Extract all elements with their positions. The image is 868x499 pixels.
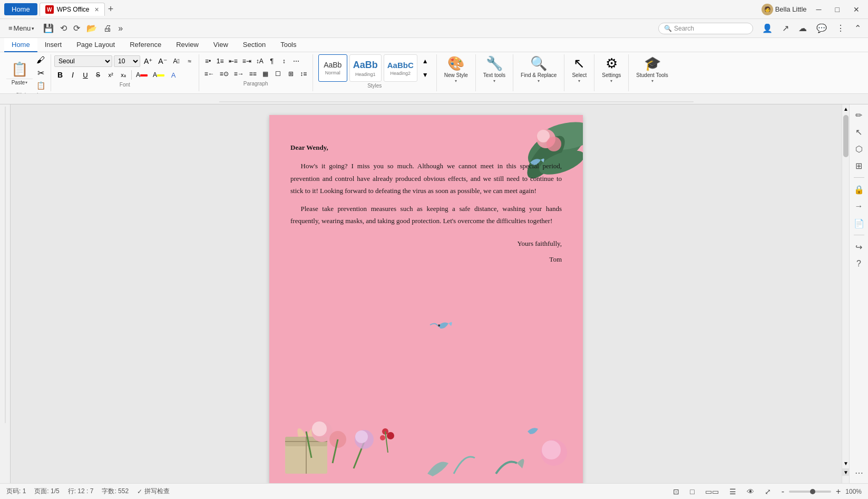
close-window-button[interactable]: ✕ bbox=[849, 4, 864, 15]
pencil-tool-icon[interactable]: ✏ bbox=[852, 108, 866, 122]
collapse-ribbon-icon[interactable]: ⌃ bbox=[852, 22, 864, 35]
subscript-button[interactable]: x₂ bbox=[118, 69, 129, 81]
shrink-font-button[interactable]: A⁻ bbox=[156, 55, 169, 67]
canvas-area[interactable]: Dear Wendy, How's it going? I miss you s… bbox=[11, 104, 842, 483]
fullscreen-button[interactable]: ⤢ bbox=[762, 486, 774, 497]
decrease-indent-button[interactable]: ⇤≡ bbox=[227, 55, 240, 67]
maximize-button[interactable]: □ bbox=[831, 4, 844, 15]
zoom-slider[interactable] bbox=[789, 491, 831, 493]
close-tab-icon[interactable]: × bbox=[94, 5, 99, 14]
tab-home[interactable]: Home bbox=[4, 38, 37, 52]
document-tool-icon[interactable]: 📄 bbox=[852, 216, 866, 231]
font-color-button[interactable]: A bbox=[134, 69, 150, 81]
style-normal[interactable]: AaBb Normal bbox=[318, 54, 347, 82]
align-right-button[interactable]: ≡→ bbox=[232, 68, 246, 80]
share-icon[interactable]: ↗ bbox=[779, 22, 792, 35]
style-heading1[interactable]: AaBb Heading1 bbox=[349, 54, 382, 82]
zoom-in-button[interactable]: + bbox=[833, 485, 843, 498]
paste-button[interactable]: 📋 bbox=[8, 60, 31, 79]
style-scroll-up[interactable]: ▲ bbox=[420, 55, 431, 67]
align-center-button[interactable]: ≡⊙ bbox=[218, 68, 231, 80]
tab-review[interactable]: Review bbox=[169, 38, 206, 52]
help-tool-icon[interactable]: ? bbox=[852, 256, 866, 271]
align-justify-button[interactable]: ≡≡ bbox=[247, 68, 259, 80]
style-scroll-down[interactable]: ▼ bbox=[420, 69, 431, 81]
scroll-bottom-btn[interactable]: ▼ bbox=[842, 468, 850, 476]
minimize-button[interactable]: ─ bbox=[812, 4, 826, 15]
home-button[interactable]: Home bbox=[4, 3, 37, 15]
grow-font-button[interactable]: A⁺ bbox=[142, 55, 154, 67]
underline-button[interactable]: U bbox=[80, 69, 91, 81]
increase-indent-button[interactable]: ≡⇥ bbox=[240, 55, 253, 67]
text-effect-button[interactable]: A bbox=[168, 69, 179, 81]
bold-button[interactable]: B bbox=[54, 69, 66, 81]
more-menu-icon[interactable]: ⋮ bbox=[834, 22, 847, 35]
more-tools-icon[interactable]: ⋯ bbox=[852, 465, 866, 480]
double-page-button[interactable]: ▭▭ bbox=[703, 486, 721, 497]
lock-tool-icon[interactable]: 🔒 bbox=[852, 182, 866, 197]
zoom-out-button[interactable]: - bbox=[779, 485, 787, 498]
tab-page-layout[interactable]: Page Layout bbox=[69, 38, 122, 52]
font-family-select[interactable]: Seoul Arial Times New Roman bbox=[54, 55, 112, 67]
tab-section[interactable]: Section bbox=[236, 38, 273, 52]
menu-icon-button[interactable]: ≡ Menu ▾ bbox=[4, 22, 38, 34]
line-spacing2-button[interactable]: ↕≡ bbox=[298, 68, 309, 80]
vertical-scrollbar[interactable]: ▲ ▼ ▼ bbox=[842, 104, 849, 483]
shapes-tool-icon[interactable]: ⬡ bbox=[852, 141, 866, 156]
settings-button[interactable]: ⚙ Settings ▾ bbox=[598, 54, 625, 84]
add-tab-button[interactable]: + bbox=[108, 4, 114, 15]
font-special-button[interactable]: ≈ bbox=[184, 55, 196, 67]
read-mode-button[interactable]: 👁 bbox=[744, 486, 757, 497]
numbering-button[interactable]: 1≡ bbox=[214, 55, 226, 67]
sort-button[interactable]: ↕A bbox=[254, 55, 266, 67]
outline-button[interactable]: ☰ bbox=[727, 486, 739, 497]
user-connect-icon[interactable]: 👤 bbox=[759, 22, 775, 35]
document-tab[interactable]: W WPS Office × bbox=[40, 3, 105, 16]
tab-insert[interactable]: Insert bbox=[37, 38, 70, 52]
borders-button[interactable]: ⊞ bbox=[285, 68, 297, 80]
single-page-button[interactable]: □ bbox=[687, 486, 697, 497]
student-tools-button[interactable]: 🎓 Student Tools ▾ bbox=[632, 54, 672, 84]
share-tool-icon[interactable]: ↪ bbox=[852, 239, 866, 254]
paste-dropdown-button[interactable]: Paste ▾ bbox=[6, 79, 33, 86]
more-quick-tools[interactable]: » bbox=[115, 22, 125, 35]
text-tools-button[interactable]: 🔧 Text tools ▾ bbox=[479, 54, 510, 84]
save-quick-button[interactable]: 💾 bbox=[41, 22, 56, 35]
find-replace-button[interactable]: 🔍 Find & Replace ▾ bbox=[516, 54, 561, 84]
strikethrough-button[interactable]: S bbox=[92, 69, 104, 81]
user-info[interactable]: 🧑 Bella Little bbox=[762, 4, 807, 15]
search-box[interactable]: 🔍 Search bbox=[658, 23, 753, 34]
shading-button[interactable]: ☐ bbox=[272, 68, 284, 80]
import-tool-icon[interactable]: → bbox=[852, 199, 866, 214]
style-heading2[interactable]: AaBbC Heading2 bbox=[384, 54, 417, 82]
line-spacing-button[interactable]: ↕ bbox=[278, 55, 290, 67]
italic-button[interactable]: I bbox=[67, 69, 79, 81]
font-size-select[interactable]: 10 11 12 14 bbox=[114, 55, 140, 67]
pointer-tool-icon[interactable]: ↖ bbox=[852, 124, 866, 139]
open-button[interactable]: 📂 bbox=[84, 22, 100, 35]
column-button[interactable]: ▦ bbox=[260, 68, 271, 80]
tab-tools[interactable]: Tools bbox=[273, 38, 304, 52]
comment-icon[interactable]: 💬 bbox=[814, 22, 830, 35]
tab-reference[interactable]: Reference bbox=[122, 38, 169, 52]
zoom-slider-thumb[interactable] bbox=[810, 489, 815, 494]
cloud-icon[interactable]: ☁ bbox=[796, 22, 810, 35]
scroll-thumb[interactable] bbox=[843, 115, 849, 157]
cut-button[interactable]: ✂ bbox=[34, 67, 47, 79]
show-marks-button[interactable]: ¶ bbox=[266, 55, 278, 67]
print-button[interactable]: 🖨 bbox=[101, 22, 114, 35]
scroll-up-arrow[interactable]: ▲ bbox=[842, 104, 850, 113]
undo-button[interactable]: ⟲ bbox=[57, 22, 70, 35]
copy-button[interactable]: 📋 bbox=[34, 80, 47, 91]
fit-page-button[interactable]: ⊡ bbox=[670, 486, 682, 497]
format-painter-button[interactable]: 🖌 bbox=[34, 54, 47, 66]
tab-view[interactable]: View bbox=[206, 38, 236, 52]
clear-format-button[interactable]: A⃥ bbox=[171, 55, 182, 67]
select-button[interactable]: ↖ Select ▾ bbox=[568, 54, 591, 84]
new-style-button[interactable]: 🎨 New Style ▾ bbox=[440, 54, 472, 84]
bullets-button[interactable]: ≡• bbox=[202, 55, 214, 67]
spell-check-area[interactable]: ✓ 拼写检查 bbox=[137, 487, 170, 496]
paragraph-more-button[interactable]: ⋯ bbox=[290, 55, 302, 67]
scroll-down-arrow[interactable]: ▼ bbox=[842, 459, 850, 467]
filter-tool-icon[interactable]: ⊞ bbox=[852, 158, 866, 173]
